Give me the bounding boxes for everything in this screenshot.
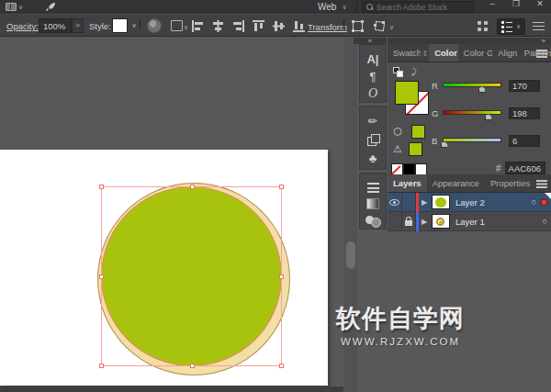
control-bar: Opacity: 100% > Style: ∨ ∨ Transform ∨ ∨ [0, 14, 551, 37]
align-hcenter-button[interactable] [211, 19, 225, 33]
disclosure-icon[interactable]: ▶ [419, 198, 430, 207]
close-button[interactable]: ✕ [533, 0, 547, 8]
web-safe-color-icon[interactable]: ⬡ [393, 126, 405, 138]
hex-value-field[interactable]: AAC606 [505, 162, 545, 174]
style-swatch[interactable] [112, 18, 128, 33]
collapse-icon-dock-button[interactable]: « [354, 38, 387, 44]
tab-sort-icon: ⇕ [421, 46, 429, 62]
style-dropdown-chevron-icon[interactable]: ∨ [129, 18, 140, 33]
selection-handle-ne[interactable] [279, 185, 284, 189]
green-value-field[interactable]: 198 [509, 107, 540, 119]
web-safe-color-swatch[interactable] [411, 125, 425, 139]
bounding-box-icon[interactable] [351, 19, 365, 33]
align-right-button[interactable] [231, 19, 245, 33]
red-slider[interactable] [443, 83, 501, 87]
disclosure-icon[interactable]: ▶ [419, 218, 430, 226]
layer-row-layer2[interactable]: ▶ Layer 2 ○ [388, 193, 551, 212]
layer-name[interactable]: Layer 2 [455, 197, 485, 207]
chevron-down-icon[interactable]: ∨ [184, 24, 188, 31]
selection-handle-nw[interactable] [99, 185, 104, 189]
layer-name[interactable]: Layer 1 [455, 217, 485, 227]
gradient-panel-icon[interactable] [363, 196, 383, 212]
selection-handle-e[interactable] [279, 274, 284, 279]
green-slider[interactable] [443, 110, 501, 115]
align-left-button[interactable] [191, 19, 205, 33]
character-panel-icon[interactable]: A| [363, 50, 383, 68]
layer-row-layer1[interactable]: ▶ Layer 1 ○ [388, 212, 551, 231]
swap-fill-stroke-icon[interactable]: ⤸ [411, 67, 416, 77]
tab-appearance[interactable]: Appearance [427, 174, 485, 192]
tab-swatches[interactable]: Swatch [388, 44, 421, 62]
menu-list-icon[interactable] [533, 21, 545, 32]
document-options-icon[interactable] [171, 20, 183, 31]
vertical-scrollbar-thumb[interactable] [346, 241, 355, 269]
opacity-label[interactable]: Opacity: [6, 21, 39, 31]
selection-handle-se[interactable] [279, 364, 284, 368]
chevron-down-icon: ∨ [342, 4, 346, 11]
out-of-gamut-warning-icon[interactable]: ⚠ [393, 143, 402, 155]
transform-link[interactable]: Transform [308, 22, 347, 32]
selection-indicator[interactable] [541, 199, 547, 206]
layer-thumbnail[interactable] [432, 214, 450, 229]
transparency-panel-icon[interactable] [363, 212, 383, 229]
paragraph-panel-icon[interactable]: ¶ [363, 68, 383, 85]
selection-handle-n[interactable] [190, 185, 195, 189]
layout-switcher-icon[interactable]: ∨ [6, 3, 23, 11]
blue-value-field[interactable]: 6 [509, 135, 540, 147]
visibility-toggle[interactable] [388, 212, 402, 231]
horizontal-scrollbar[interactable] [0, 386, 343, 392]
tab-color-guide[interactable]: Color G [458, 44, 493, 62]
panel-menu-icon[interactable] [536, 50, 547, 58]
gpu-performance-icon[interactable] [45, 2, 57, 13]
search-input[interactable] [377, 3, 468, 12]
fill-swatch[interactable] [395, 81, 419, 105]
layer-thumbnail[interactable] [432, 195, 450, 209]
panel-menu-icon[interactable] [536, 180, 547, 188]
all-tools-icon[interactable] [477, 20, 489, 33]
hash-label: # [496, 163, 501, 174]
opacity-field[interactable]: 100% [39, 18, 72, 33]
panel-options-toggle[interactable]: ∨ [497, 18, 525, 35]
graphic-styles-panel-icon[interactable] [363, 130, 383, 149]
selection-handle-w[interactable] [99, 274, 104, 279]
selection-handle-sw[interactable] [99, 364, 104, 368]
target-circle-icon[interactable]: ○ [543, 217, 547, 226]
lock-toggle[interactable] [402, 212, 416, 231]
symbols-panel-icon[interactable]: ♣ [363, 149, 383, 167]
minimize-button[interactable]: – [485, 0, 500, 8]
window-controls: – ❐ ✕ [485, 0, 547, 8]
tab-color[interactable]: Color [429, 44, 457, 62]
style-label: Style: [89, 21, 111, 31]
brushes-panel-icon[interactable]: ✎ [363, 112, 383, 130]
align-buttons [191, 19, 306, 33]
stroke-panel-icon[interactable] [363, 179, 383, 196]
workspace-switcher[interactable]: Web ∨ [310, 0, 354, 14]
right-panel-dock: Swatch ⇕ Color Color G Align Pathfin ⤸ ⬡… [388, 44, 551, 392]
align-bottom-button[interactable] [292, 19, 306, 33]
hex-row: # AAC606 [496, 162, 545, 174]
layers-panel: Layers Appearance Properties ▶ Layer 2 ○… [388, 174, 551, 231]
red-slider-thumb[interactable] [478, 86, 486, 93]
free-transform-icon[interactable] [373, 19, 387, 33]
opentype-panel-icon[interactable]: O [363, 84, 383, 102]
visibility-toggle[interactable] [388, 193, 402, 212]
tab-layers[interactable]: Layers [388, 174, 427, 192]
tab-properties[interactable]: Properties [485, 174, 535, 192]
green-slider-thumb[interactable] [485, 114, 492, 120]
align-vcenter-button[interactable] [272, 19, 286, 33]
adobe-stock-search[interactable] [362, 1, 474, 13]
restore-button[interactable]: ❐ [509, 0, 523, 8]
align-top-button[interactable] [252, 19, 265, 33]
opacity-stepper[interactable]: > [72, 18, 84, 33]
default-fill-stroke-icon[interactable] [393, 67, 405, 77]
lock-toggle[interactable] [402, 193, 416, 212]
target-circle-icon[interactable]: ○ [532, 197, 536, 207]
in-gamut-color-swatch[interactable] [409, 142, 422, 156]
document-setup-globe-icon[interactable] [147, 18, 162, 33]
red-value-field[interactable]: 170 [509, 80, 540, 92]
chevron-down-icon[interactable]: ∨ [389, 24, 394, 31]
blue-slider[interactable] [443, 138, 501, 142]
selection-handle-s[interactable] [190, 364, 195, 368]
collapse-panel-dock-button[interactable]: » [388, 38, 551, 44]
tab-align[interactable]: Align [492, 44, 519, 62]
